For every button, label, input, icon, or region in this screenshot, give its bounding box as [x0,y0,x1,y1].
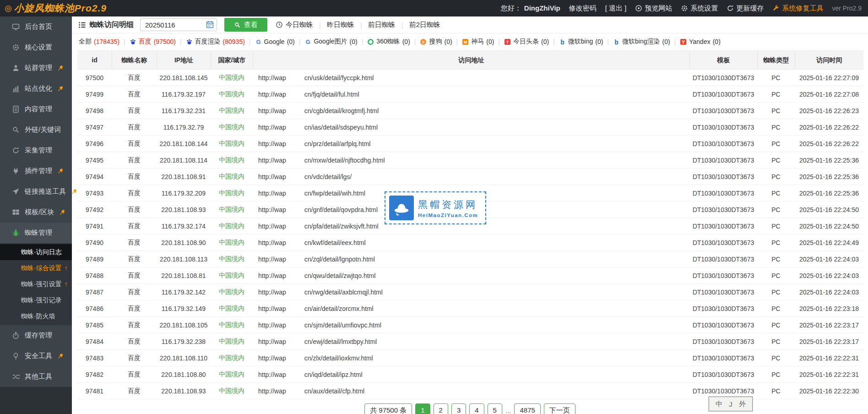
filter-baidu-render[interactable]: 百度渲染(80935) [186,38,245,46]
topbar: ◎ 小旋风蜘蛛池Pro2.9 您好：DingZhiVip 修改密码 [ 退出 ]… [0,0,868,16]
page-button-3[interactable]: 3 [451,403,466,414]
quick-link-4[interactable]: 前2日蜘蛛 [409,21,440,29]
pin-icon [58,86,64,92]
filter-count: (0) [486,38,494,45]
watermark-title: 黑帽资源网 [418,198,478,211]
cell-id: 97488 [77,272,112,279]
watermark-hat-icon [389,196,414,220]
refresh-cache-link[interactable]: 更新缓存 [727,4,764,13]
logout-link[interactable]: [ 退出 ] [605,4,627,13]
preview-site-link[interactable]: 预览网站 [635,4,672,13]
submenu-item[interactable]: 蜘蛛·访问日志 [0,244,72,260]
svg-text:G: G [306,38,310,45]
sidebar-item-bottom-2[interactable]: 安全工具 [0,346,72,366]
filter-shenma[interactable]: M神马(0) [462,38,494,46]
url-path: cn/qwu/detail/zwjtqo.html [304,272,376,279]
sidebar-item-6[interactable]: 外链/关键词 [0,120,72,140]
cell-region: 中国境内 [211,156,253,164]
repair-tool-link[interactable]: 系统修复工具 [772,4,823,13]
sidebar-item-7[interactable]: 采集管理 [0,140,72,161]
sidebar-item-bottom-1[interactable]: 缓存管理 [0,325,72,346]
table-row: 97487百度116.179.32.142中国境内http://wapcn/rw… [77,284,863,300]
page-button-4[interactable]: 4 [469,403,484,414]
filter-all[interactable]: 全部(178435) [79,38,119,46]
quick-link-2[interactable]: 昨日蜘蛛 [327,21,354,29]
cell-region: 中国境内 [211,305,253,313]
page-button-1[interactable]: 1 [415,403,430,414]
plug-icon [12,167,20,175]
svg-text:Y: Y [682,39,685,44]
calendar-icon[interactable] [206,21,214,28]
page-button-2[interactable]: 2 [434,403,448,414]
cell-id: 97500 [77,74,112,82]
submenu-item[interactable]: 蜘蛛·强引设置↑ [0,276,72,292]
quick-link-label: 前2日蜘蛛 [409,21,440,29]
filter-yandex[interactable]: YYandex(0) [680,38,721,45]
filter-google-image[interactable]: GGoogle图片(0) [304,38,357,46]
360-icon [367,38,374,45]
cell-template: DT1030/1030DT3673 [689,173,757,180]
sidebar-item-8[interactable]: 插件管理 [0,161,72,181]
ime-toolbar[interactable]: 中J外 [709,397,753,411]
sidebar-item-11[interactable]: 蜘蛛管理 [0,223,72,243]
filter-bing-render[interactable]: b微软bing渲染(0) [613,38,670,46]
page-button-5[interactable]: 5 [488,403,502,414]
filter-divider: | [456,38,458,45]
page-button-4875[interactable]: 4875 [514,403,540,414]
submenu-item[interactable]: 蜘蛛·防火墙 [0,308,72,324]
sidebar-item-label: 安全工具 [25,352,52,360]
sidebar-item-2[interactable]: 核心设置 [0,37,72,58]
change-password-link[interactable]: 修改密码 [569,4,597,13]
cell-spider-name: 百度 [112,387,157,395]
cell-region: 中国境内 [211,123,253,131]
sidebar-item-10[interactable]: 模板/区块 [0,202,72,223]
bug-icon [12,229,20,237]
shenma-icon: M [462,38,469,45]
url-prefix: http://wap [258,173,286,180]
sidebar-item-9[interactable]: 链接推送工具 [0,181,72,202]
filter-google[interactable]: GGoogle(0) [255,38,295,45]
filter-toutiao[interactable]: T今日头条(0) [504,38,549,46]
cell-visit-time: 2025-01-16 22:24:03 [795,289,863,296]
url-redacted-domain [286,387,304,396]
quick-link-1[interactable]: 今日蜘蛛 [276,21,313,29]
cell-id: 97491 [77,223,112,230]
filter-bing[interactable]: b微软bing(0) [559,38,603,46]
cell-url: http://wapcn/usk/detail/fyccpk.html [253,73,689,82]
filter-baidu[interactable]: 百度(97500) [130,38,176,46]
next-page-button[interactable]: 下一页 [544,403,575,414]
list-icon [78,21,86,29]
cell-template: DT1030/1030DT3673 [689,338,757,345]
filter-count: (0) [350,38,358,45]
cell-region: 中国境内 [211,272,253,280]
submenu-item[interactable]: 蜘蛛·综合设置↑ [0,260,72,276]
table-row: 97488百度220.181.108.81中国境内http://wapcn/qw… [77,267,863,284]
filter-count: (0) [444,38,452,45]
date-input[interactable] [140,18,217,31]
sidebar-item-label: 内容管理 [25,105,52,114]
cell-template: DT1030/1030DT3673 [689,272,757,279]
url-prefix: http://wap [258,140,286,147]
filter-sogou[interactable]: S搜狗(0) [420,38,452,46]
spider-filter-bar: 全部(178435)|百度(97500)|百度渲染(80935)|GGoogle… [72,33,868,50]
cell-spider-type: PC [757,223,795,230]
cell-url: http://wapcn/ias/detail/sdspeyu.html [253,123,689,132]
filter-count: (0) [662,38,670,45]
sidebar-item-5[interactable]: 内容管理 [0,99,72,120]
filter-label: 360蜘蛛 [376,38,400,46]
filter-label: 百度渲染 [195,38,221,46]
url-redacted-domain [286,73,304,82]
cell-region: 中国境内 [211,370,253,379]
shuffle-icon [12,373,20,381]
sidebar-item-1[interactable]: 后台首页 [0,16,72,37]
submenu-item[interactable]: 蜘蛛·强引记录 [0,292,72,308]
filter-360[interactable]: 360蜘蛛(0) [367,38,410,46]
quick-link-3[interactable]: 前日蜘蛛 [368,21,396,29]
sidebar-item-4[interactable]: 站点优化 [0,78,72,99]
view-button[interactable]: 查看 [224,18,267,32]
url-redacted-domain [286,238,304,247]
system-settings-link[interactable]: 系统设置 [681,4,718,13]
sidebar-item-3[interactable]: 站群管理 [0,58,72,78]
bing-render-icon: b [613,38,620,45]
sidebar-item-bottom-3[interactable]: 其他工具 [0,366,72,387]
